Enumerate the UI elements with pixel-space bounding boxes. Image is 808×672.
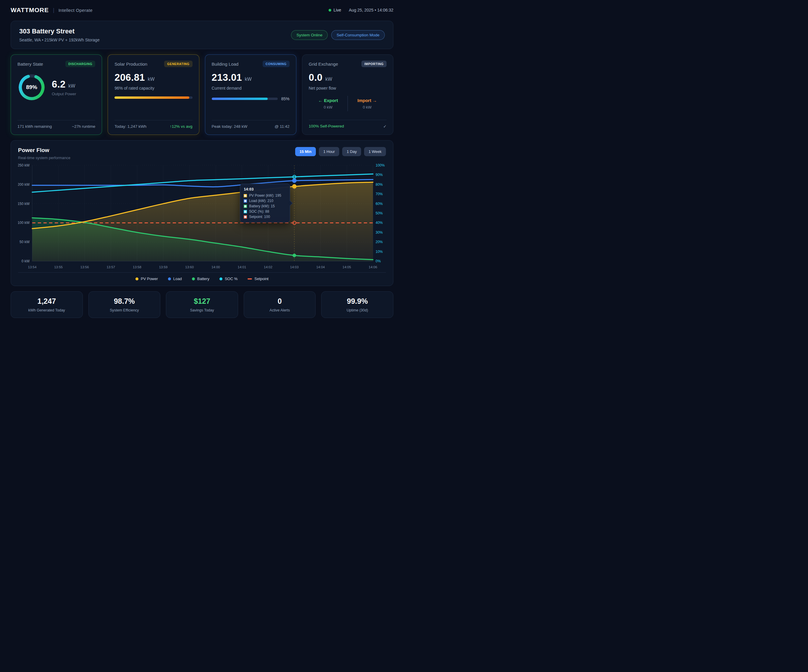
stat-value: 1,247 [14,297,80,306]
svg-text:13:56: 13:56 [80,265,89,269]
site-name: 303 Battery Street [19,27,100,35]
stat-savings-today: $127 Savings Today [166,291,238,318]
svg-text:200 kW: 200 kW [18,182,30,187]
svg-text:80%: 80% [376,182,383,187]
power-flow-card: Power Flow Real-time system performance … [11,140,393,286]
solar-today-total: Today: 1,247 kWh [114,124,146,129]
svg-text:13:57: 13:57 [107,265,115,269]
battery-runtime: ~27h runtime [72,124,95,129]
svg-text:14:00: 14:00 [212,265,220,269]
grid-export-value: 0 kW [309,105,347,109]
solar-vs-avg: ↑12% vs avg [170,124,192,129]
battery-soc-value: 89% [17,73,46,102]
live-label: Live [334,8,341,12]
battery-soc-ring: 89% [17,73,46,102]
legend-dot-icon [219,277,222,281]
stat-value: 99.9% [324,297,390,306]
stat-value: 0 [247,297,312,306]
grid-netflow-label: Net power flow [309,86,387,90]
battery-state-card: Battery State DISCHARGING [11,54,102,135]
load-peak: Peak today: 248 kW [212,124,247,129]
svg-text:50%: 50% [376,211,383,215]
range-button-1-hour[interactable]: 1 Hour [319,147,339,156]
grid-export-label: ← Export [309,98,347,103]
legend-dot-icon [135,277,139,281]
range-button-1-week[interactable]: 1 Week [364,147,386,156]
building-load-card: Building Load CONSUMING 213.01 kW Curren… [205,54,296,135]
brand-separator: | [53,7,54,13]
stat-label: Uptime (30d) [324,308,390,313]
powerflow-plot-wrap[interactable]: 0 kW50 kW100 kW150 kW200 kW250 kW0%10%20… [18,163,386,271]
grid-import-value: 0 kW [348,105,387,109]
powerflow-plot: 0 kW50 kW100 kW150 kW200 kW250 kW0%10%20… [18,163,386,271]
datetime: Aug 25, 2025 • 14:06:32 [349,8,393,12]
battery-remaining: 171 kWh remaining [17,124,52,129]
load-progress-label: 85% [281,97,290,101]
svg-text:100 kW: 100 kW [18,221,30,225]
solar-status-badge: GENERATING [164,61,192,67]
stat-value: $127 [169,297,235,306]
svg-text:13:54: 13:54 [28,265,37,269]
svg-text:60%: 60% [376,202,383,206]
live-dot-icon [329,9,331,12]
battery-status-badge: DISCHARGING [65,61,95,67]
stat-kwh-generated: 1,247 kWh Generated Today [11,291,83,318]
battery-power-value: 6.2 [52,79,66,90]
stat-value: 98.7% [92,297,157,306]
grid-value: 0.0 [309,72,323,83]
site-card: 303 Battery Street Seattle, WA • 215kW P… [11,21,393,49]
solar-capacity-label: 96% of rated capacity [114,86,192,90]
self-consumption-mode-badge[interactable]: Self-Consumption Mode [331,30,385,40]
svg-text:14:03: 14:03 [290,265,299,269]
battery-card-title: Battery State [17,62,43,67]
svg-text:50 kW: 50 kW [20,240,30,244]
chart-subtitle: Real-time system performance [18,155,70,160]
brand-logo: WATTMORE [11,7,49,13]
grid-card-title: Grid Exchange [309,62,338,67]
legend-item-pv-power[interactable]: PV Power [135,277,158,281]
battery-power-label: Output Power [52,92,76,96]
solar-progress-fill [114,97,189,99]
stat-active-alerts: 0 Active Alerts [244,291,316,318]
load-status-badge: CONSUMING [263,61,290,67]
load-demand-label: Current demand [212,86,290,90]
svg-text:10%: 10% [376,250,383,254]
range-button-15-min[interactable]: 15 Min [295,147,316,156]
legend-dot-icon [192,277,195,281]
stat-uptime: 99.9% Uptime (30d) [321,291,393,318]
svg-text:14:05: 14:05 [342,265,351,269]
legend-item-battery[interactable]: Battery [192,277,209,281]
solar-value: 206.81 [114,72,145,83]
legend-item-setpoint[interactable]: Setpoint [247,277,269,281]
dashboard-page: WATTMORE | Intellect Operate Live Aug 25… [0,0,404,326]
legend-item-load[interactable]: Load [168,277,182,281]
svg-text:0 kW: 0 kW [22,259,30,263]
svg-text:13:55: 13:55 [54,265,63,269]
live-status: Live [329,8,341,12]
svg-text:100%: 100% [376,163,385,167]
stat-label: System Efficiency [92,308,157,313]
load-progress-fill [212,98,268,100]
solar-production-card: Solar Production GENERATING 206.81 kW 96… [108,54,199,135]
grid-status-badge: IMPORTING [361,61,387,67]
load-peak-time: @ 11:42 [275,124,290,129]
svg-text:13:60: 13:60 [185,265,194,269]
site-subtitle: Seattle, WA • 215kW PV + 192kWh Storage [19,38,100,42]
svg-text:30%: 30% [376,231,383,234]
chart-legend: PV PowerLoadBatterySOC %Setpoint [18,272,386,281]
grid-selfpowered-label: 100% Self-Powered [309,124,344,129]
legend-dot-icon [168,277,171,281]
grid-exchange-card: Grid Exchange IMPORTING 0.0 kW Net power… [302,54,393,135]
svg-text:13:58: 13:58 [133,265,141,269]
stat-system-efficiency: 98.7% System Efficiency [88,291,160,318]
range-button-1-day[interactable]: 1 Day [342,147,361,156]
svg-text:14:02: 14:02 [264,265,272,269]
solar-card-title: Solar Production [114,62,147,67]
system-online-badge: System Online [291,30,328,40]
grid-import-label: Import → [348,98,387,103]
svg-text:13:59: 13:59 [159,265,168,269]
bottom-stats: 1,247 kWh Generated Today 98.7% System E… [11,291,393,318]
stat-label: Active Alerts [247,308,312,313]
legend-item-soc-[interactable]: SOC % [219,277,237,281]
load-unit: kW [245,77,252,82]
